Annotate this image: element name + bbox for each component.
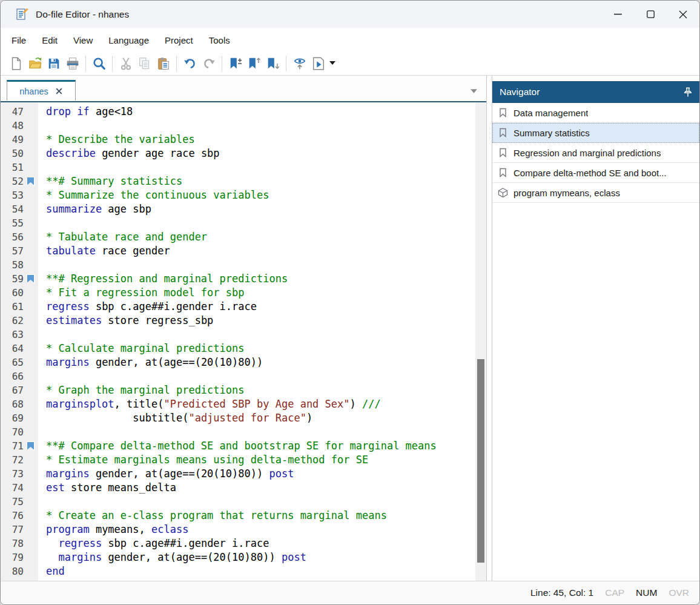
code-line[interactable]: 54summarize age sbp [1, 202, 475, 216]
code-line[interactable]: 49* Describe the variables [1, 133, 475, 147]
line-number: 68 [1, 397, 24, 411]
navigator-item[interactable]: Summary statistics [492, 123, 699, 143]
new-dofile-button[interactable] [7, 55, 25, 73]
bookmark-down-icon [266, 56, 280, 71]
code-text: estimates store regress_sbp [46, 314, 213, 328]
bookmark-previous-button[interactable] [245, 55, 263, 73]
minimize-button[interactable] [601, 1, 634, 28]
editor-scrollbar[interactable] [475, 102, 486, 581]
code-line[interactable]: 61regress sbp c.age##i.gender i.race [1, 300, 475, 314]
gutter-bookmark-icon[interactable] [24, 439, 41, 453]
line-number: 62 [1, 314, 24, 328]
code-text: margins gender, at(age==(20(10)80)) post [46, 550, 306, 564]
preview-in-viewer-button[interactable] [290, 55, 309, 73]
print-button[interactable] [63, 55, 82, 73]
code-line[interactable]: 75 [1, 495, 475, 509]
toolbar-separator [112, 56, 113, 71]
code-line[interactable]: 58 [1, 258, 475, 272]
gutter-bookmark-slot [24, 244, 41, 258]
code-line[interactable]: 53* Summarize the continuous variables [1, 188, 475, 202]
close-button[interactable] [667, 1, 699, 28]
code-line[interactable]: 68marginsplot, title("Predicted SBP by A… [1, 397, 475, 411]
gutter-bookmark-icon[interactable] [24, 174, 41, 188]
print-icon [65, 56, 80, 71]
code-text: * Summarize the continuous variables [46, 188, 269, 202]
code-line[interactable]: 79 margins gender, at(age==(20(10)80)) p… [1, 550, 475, 564]
paste-button[interactable] [154, 55, 173, 73]
cut-button[interactable] [116, 55, 135, 73]
line-number: 54 [1, 202, 24, 216]
open-button[interactable] [25, 55, 44, 73]
code-line[interactable]: 77program mymeans, eclass [1, 523, 475, 537]
code-line[interactable]: 69 subtitle("adjusted for Race") [1, 411, 475, 425]
chevron-down-icon [470, 88, 478, 94]
execute-dropdown-button[interactable] [329, 61, 336, 67]
navigator-item[interactable]: program mymeans, eclass [492, 183, 699, 203]
pane-splitter[interactable] [487, 76, 492, 581]
menu-edit[interactable]: Edit [34, 31, 65, 50]
code-line[interactable]: 65margins gender, at(age==(20(10)80)) [1, 355, 475, 369]
code-text: **# Summary statistics [46, 174, 182, 188]
execute-do-button[interactable] [309, 55, 328, 73]
tab-list-dropdown[interactable] [470, 85, 478, 96]
toolbar-separator [176, 56, 177, 71]
cut-icon [119, 56, 133, 71]
code-text: marginsplot, title("Predicted SBP by Age… [46, 397, 381, 411]
code-line[interactable]: 72* Estimate marginals means using delta… [1, 453, 475, 467]
gutter-bookmark-slot [24, 342, 41, 355]
bookmark-toggle-button[interactable] [226, 55, 245, 73]
code-line[interactable]: 52 **# Summary statistics [1, 174, 475, 188]
undo-button[interactable] [180, 55, 199, 73]
gutter-bookmark-slot [24, 286, 41, 300]
code-editor[interactable]: 47drop if age<184849* Describe the varia… [1, 102, 475, 581]
gutter-bookmark-slot [24, 230, 41, 244]
menu-tools[interactable]: Tools [201, 31, 238, 50]
code-line[interactable]: 59 **# Regression and marginal predictio… [1, 272, 475, 286]
menu-file[interactable]: File [4, 31, 34, 50]
code-line[interactable]: 63 [1, 328, 475, 342]
navigator-item[interactable]: Data management [492, 103, 699, 123]
tab-close-icon[interactable] [55, 87, 63, 95]
bookmark-next-button[interactable] [263, 55, 282, 73]
code-line[interactable]: 55 [1, 216, 475, 230]
code-line[interactable]: 60* Fit a regression model for sbp [1, 286, 475, 300]
code-line[interactable]: 50describe gender age race sbp [1, 147, 475, 160]
copy-button[interactable] [135, 55, 154, 73]
navigator-item[interactable]: Regression and marginal predictions [492, 143, 699, 163]
menu-language[interactable]: Language [101, 31, 157, 50]
tab-nhanes[interactable]: nhanes [7, 80, 76, 101]
menu-project[interactable]: Project [157, 31, 201, 50]
editor-scrollbar-thumb[interactable] [477, 359, 484, 563]
code-line[interactable]: 64* Calculate marginal predictions [1, 342, 475, 355]
save-button[interactable] [44, 55, 63, 73]
line-number: 65 [1, 355, 24, 369]
code-text: margins gender, at(age==(20(10)80)) post [46, 467, 294, 481]
code-line[interactable]: 66 [1, 369, 475, 383]
code-line[interactable]: 76* Create an e-class program that retur… [1, 509, 475, 523]
maximize-button[interactable] [634, 1, 667, 28]
code-line[interactable]: 73margins gender, at(age==(20(10)80)) po… [1, 467, 475, 481]
dofile-editor-window: Do-file Editor - nhanes FileEditViewLang… [0, 0, 700, 605]
gutter-bookmark-icon[interactable] [24, 272, 41, 286]
find-button[interactable] [90, 55, 108, 73]
code-line[interactable]: 78 regress sbp c.age##i.gender i.race [1, 537, 475, 550]
navigator-item[interactable]: Compare delta-method SE and boot... [492, 163, 699, 183]
code-line[interactable]: 47drop if age<18 [1, 105, 475, 119]
code-line[interactable]: 51 [1, 160, 475, 174]
menu-view[interactable]: View [65, 31, 101, 50]
code-line[interactable]: 71 **# Compare delta-method SE and boots… [1, 439, 475, 453]
code-line[interactable]: 56* Tabulate race and gender [1, 230, 475, 244]
pin-icon[interactable] [684, 87, 692, 98]
code-line[interactable]: 57tabulate race gender [1, 244, 475, 258]
line-number: 58 [1, 258, 24, 272]
code-line[interactable]: 74est store means_delta [1, 481, 475, 495]
search-icon [92, 56, 107, 71]
code-line[interactable]: 80end [1, 564, 475, 578]
redo-button[interactable] [199, 55, 218, 73]
code-line[interactable]: 62estimates store regress_sbp [1, 314, 475, 328]
code-line[interactable]: 70 [1, 425, 475, 439]
gutter-bookmark-slot [24, 328, 41, 342]
code-line[interactable]: 48 [1, 119, 475, 133]
code-line[interactable]: 67* Graph the marginal predictions [1, 383, 475, 397]
keyboard-indicators: CAPNUMOVR [605, 587, 689, 598]
